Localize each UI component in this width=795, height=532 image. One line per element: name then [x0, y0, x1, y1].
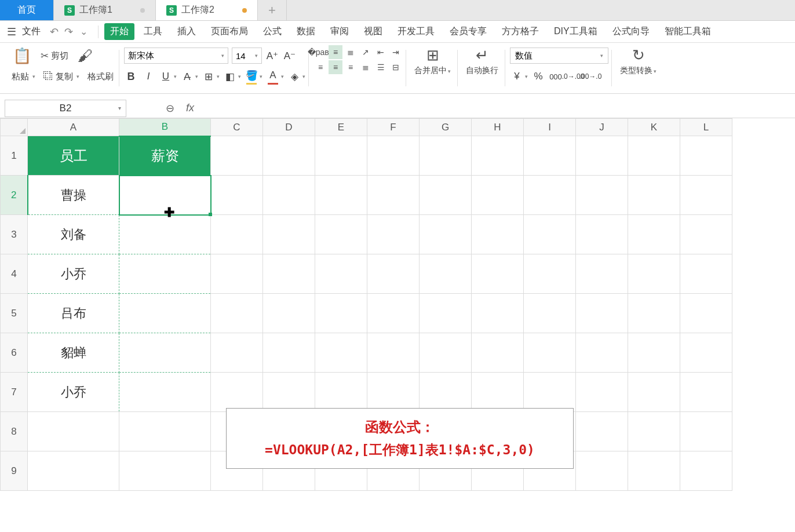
cell-B5[interactable] — [119, 294, 211, 333]
cell-I3[interactable] — [524, 215, 576, 254]
cell-I5[interactable] — [524, 294, 576, 333]
cell-L5[interactable] — [680, 294, 732, 333]
cell-D5[interactable] — [263, 294, 315, 333]
cell-E5[interactable] — [315, 294, 367, 333]
cell-F2[interactable] — [367, 176, 420, 215]
decrease-indent-button[interactable]: ⇤ — [374, 45, 388, 59]
cell-H3[interactable] — [472, 215, 524, 254]
cell-K2[interactable] — [628, 176, 680, 215]
font-size-select[interactable]: 14▾ — [232, 48, 262, 64]
font-name-select[interactable]: 新宋体▾ — [124, 48, 228, 64]
cell-L3[interactable] — [680, 215, 732, 254]
align-top-button[interactable]: �равн — [313, 45, 327, 59]
cell-G3[interactable] — [420, 215, 472, 254]
column-header-I[interactable]: I — [524, 119, 576, 136]
cell-F5[interactable] — [367, 294, 420, 333]
cell-B1[interactable]: 薪资 — [119, 136, 211, 176]
cell-J8[interactable] — [576, 412, 628, 451]
cell-C7[interactable] — [211, 373, 263, 412]
cell-D3[interactable] — [263, 215, 315, 254]
menu-smart-toolbox[interactable]: 智能工具箱 — [659, 23, 717, 40]
cell-E3[interactable] — [315, 215, 367, 254]
cell-D6[interactable] — [263, 333, 315, 373]
redo-button[interactable]: ↷ — [64, 25, 73, 38]
cell-J7[interactable] — [576, 373, 628, 412]
column-header-L[interactable]: L — [680, 119, 732, 136]
cell-C6[interactable] — [211, 333, 263, 373]
column-header-F[interactable]: F — [367, 119, 420, 136]
cell-J1[interactable] — [576, 136, 628, 176]
cell-H7[interactable] — [472, 373, 524, 412]
increase-indent-button[interactable]: ⇥ — [389, 45, 403, 59]
cell-F3[interactable] — [367, 215, 420, 254]
cell-C4[interactable] — [211, 254, 263, 294]
cell-D7[interactable] — [263, 373, 315, 412]
cell-J2[interactable] — [576, 176, 628, 215]
cell-B9[interactable] — [119, 451, 211, 491]
cell-B3[interactable] — [119, 215, 211, 254]
cell-H2[interactable] — [472, 176, 524, 215]
row-header-4[interactable]: 4 — [1, 254, 28, 294]
border-button[interactable]: ⊞▾ — [202, 70, 220, 83]
cell-I7[interactable] — [524, 373, 576, 412]
copy-button[interactable]: ⿻ 复制▾ — [41, 70, 82, 83]
menu-member[interactable]: 会员专享 — [444, 23, 493, 40]
cell-A5[interactable]: 吕布 — [28, 294, 119, 333]
cell-K5[interactable] — [628, 294, 680, 333]
column-header-A[interactable]: A — [28, 119, 119, 136]
align-right-button[interactable]: ≡ — [344, 60, 358, 74]
cell-I6[interactable] — [524, 333, 576, 373]
bold-button[interactable]: B — [124, 70, 138, 83]
cell-C5[interactable] — [211, 294, 263, 333]
row-header-6[interactable]: 6 — [1, 333, 28, 373]
row-header-3[interactable]: 3 — [1, 215, 28, 254]
name-box[interactable]: B2 ▾ — [5, 100, 126, 117]
increase-decimal-button[interactable]: .0→.00 — [566, 70, 580, 83]
cell-K6[interactable] — [628, 333, 680, 373]
cell-A6[interactable]: 貂蝉 — [28, 333, 119, 373]
cell-H4[interactable] — [472, 254, 524, 294]
column-header-E[interactable]: E — [315, 119, 367, 136]
decrease-decimal-button[interactable]: .00→.0 — [584, 70, 597, 83]
cell-G6[interactable] — [420, 333, 472, 373]
cell-A1[interactable]: 员工 — [28, 136, 119, 176]
align-left-button[interactable]: ≡ — [313, 60, 327, 74]
menu-insert[interactable]: 插入 — [172, 23, 202, 40]
menu-review[interactable]: 审阅 — [324, 23, 355, 40]
cut-button[interactable]: ✂ 剪切 — [38, 49, 71, 63]
cell-E6[interactable] — [315, 333, 367, 373]
menu-start[interactable]: 开始 — [104, 23, 134, 40]
cell-L1[interactable] — [680, 136, 732, 176]
menu-diy-toolbox[interactable]: DIY工具箱 — [548, 23, 603, 40]
cell-J6[interactable] — [576, 333, 628, 373]
column-header-G[interactable]: G — [420, 119, 472, 136]
number-format-select[interactable]: 数值▾ — [510, 48, 608, 64]
cell-L7[interactable] — [680, 373, 732, 412]
cell-L8[interactable] — [680, 412, 732, 451]
cell-L9[interactable] — [680, 451, 732, 491]
formula-zoom-icon[interactable]: ⊖ — [166, 102, 174, 115]
cell-G2[interactable] — [420, 176, 472, 215]
menu-page-layout[interactable]: 页面布局 — [205, 23, 254, 40]
cell-A3[interactable]: 刘备 — [28, 215, 119, 254]
formula-input[interactable] — [199, 100, 790, 117]
cell-E2[interactable] — [315, 176, 367, 215]
cell-E7[interactable] — [315, 373, 367, 412]
underline-button[interactable]: U▾ — [159, 70, 177, 83]
cell-F6[interactable] — [367, 333, 420, 373]
percent-button[interactable]: % — [531, 70, 545, 83]
cell-J4[interactable] — [576, 254, 628, 294]
format-painter-button[interactable]: 🖌 — [74, 46, 96, 66]
cell-G7[interactable] — [420, 373, 472, 412]
cell-E4[interactable] — [315, 254, 367, 294]
tab-home[interactable]: 首页 — [0, 0, 54, 20]
cell-A2[interactable]: 曹操 — [28, 176, 119, 215]
menu-formula[interactable]: 公式 — [257, 23, 287, 40]
paste-button[interactable]: 📋 — [9, 46, 35, 66]
cell-C2[interactable] — [211, 176, 263, 215]
cell-I2[interactable] — [524, 176, 576, 215]
cell-H6[interactable] — [472, 333, 524, 373]
cell-L2[interactable] — [680, 176, 732, 215]
row-header-2[interactable]: 2 — [1, 176, 28, 215]
row-header-9[interactable]: 9 — [1, 451, 28, 491]
